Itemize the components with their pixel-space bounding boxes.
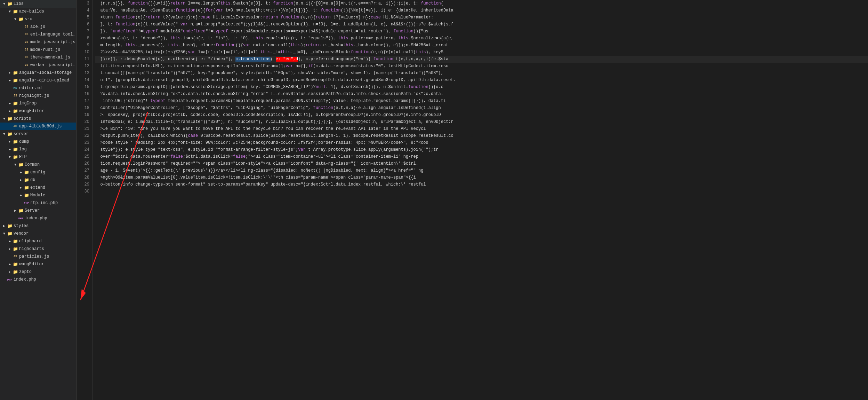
expand-arrow-libs: ▼ <box>1 2 7 6</box>
sidebar-item-mode-javascript[interactable]: ▶ JS mode-javascript.js <box>0 38 76 46</box>
folder-icon-imgcrop: 📁 <box>13 101 18 106</box>
line-number: 9 <box>77 42 89 49</box>
sidebar-item-ace-js[interactable]: ▶ JS ace.js <box>0 23 76 31</box>
sidebar-item-db[interactable]: ▶ 📁 db <box>0 176 76 184</box>
code-line: nil", {groupID:h.data.reset.groupID, chi… <box>95 77 868 84</box>
sidebar-item-clipboard[interactable]: ▶ 📁 clipboard <box>0 237 76 245</box>
sidebar-label-libs: libs <box>14 1 24 6</box>
folder-icon-config: 📁 <box>24 170 29 175</box>
line-number: 21 <box>77 125 89 132</box>
sidebar-item-dump[interactable]: ▶ 📁 dump <box>0 138 76 146</box>
folder-icon-module: 📁 <box>24 193 29 198</box>
code-line: ?o.data.info.check.mbString="ok":o.data.… <box>95 91 868 97</box>
line-number: 15 <box>77 84 89 91</box>
sidebar-item-theme-monokai[interactable]: ▶ JS theme-monokai.js <box>0 54 76 61</box>
line-number: 22 <box>77 132 89 139</box>
expand-arrow-src: ▼ <box>13 17 18 21</box>
folder-icon-wangeditor-vendor: 📁 <box>13 262 18 267</box>
sidebar-label-wangeditor: wangEditor <box>19 109 44 113</box>
folder-icon-dump: 📁 <box>13 139 18 144</box>
sidebar-label-ext: ext-language_tools.js <box>30 32 76 37</box>
code-line: >turn function(e){return t?{value:e}:e};… <box>95 14 868 21</box>
line-number: 10 <box>77 49 89 56</box>
sidebar-item-config[interactable]: ▶ 📁 config <box>0 168 76 176</box>
folder-icon-log: 📁 <box>13 147 18 152</box>
sidebar-item-index-php-root[interactable]: ▶ PHP index.php <box>0 276 76 283</box>
sidebar-item-imgcrop[interactable]: ▶ 📁 imgCrop <box>0 100 76 107</box>
line-number: 24 <box>77 146 89 153</box>
sidebar-item-editor-md[interactable]: ▶ MD editor.md <box>0 84 76 92</box>
code-line: age - 1, $event)">{{::getText(\' previou… <box>95 167 868 174</box>
sidebar-item-ext-language-tools[interactable]: ▶ JS ext-language_tools.js <box>0 31 76 38</box>
sidebar-item-angular-local-storage[interactable]: ▶ 📁 angular-local-storage <box>0 69 76 77</box>
code-line: 2}>>>24-o%4*8&255;i=(i+a[r]+s)%256;var l… <box>95 49 868 56</box>
sidebar-item-src[interactable]: ▼ 📁 src <box>0 15 76 23</box>
sidebar-label-server: server <box>14 132 29 136</box>
sidebar-label-log: log <box>19 147 27 152</box>
sidebar-label-server2: Server <box>25 208 40 213</box>
sidebar-item-highlight-js[interactable]: ▶ JS highlight.js <box>0 92 76 100</box>
sidebar-item-zepto[interactable]: ▶ 📁 zepto <box>0 268 76 276</box>
sidebar-label-src: src <box>25 17 32 22</box>
sidebar-item-server[interactable]: ▼ 📁 server <box>0 130 76 138</box>
sidebar-item-extend[interactable]: ▶ 📁 extend <box>0 184 76 191</box>
file-icon-ext: JS <box>24 33 29 36</box>
file-tree[interactable]: ▼ 📁 libs ▼ 📁 ace-builds ▼ 📁 src ▶ JS ace… <box>0 0 77 400</box>
sidebar-item-server2[interactable]: ▶ 📁 Server <box>0 207 76 214</box>
file-icon-rtp-inc: PHP <box>24 202 29 205</box>
sidebar-item-common[interactable]: ▼ 📁 Common <box>0 161 76 168</box>
folder-icon-server2: 📁 <box>18 208 24 213</box>
sidebar-item-vendor[interactable]: ▼ 📁 vendor <box>0 230 76 237</box>
sidebar-item-particles-js[interactable]: ▶ JS particles.js <box>0 253 76 260</box>
sidebar-label-clipboard: clipboard <box>19 239 42 244</box>
sidebar-label-mode-rust: mode-rust.js <box>30 47 60 52</box>
sidebar-item-wangeditor-vendor[interactable]: ▶ 📁 wangEditor <box>0 260 76 268</box>
sidebar-label-worker-js: worker-javascript.js <box>30 63 76 68</box>
sidebar-item-index-php[interactable]: ▶ PHP index.php <box>0 214 76 222</box>
sidebar-item-highcharts[interactable]: ▶ 📁 highcharts <box>0 245 76 253</box>
code-line: }, t: function(e){i.readValue(" var n,a=… <box>95 21 868 28</box>
sidebar-label-aqu: angular-qiniu-upload <box>19 78 69 83</box>
folder-icon-wangeditor: 📁 <box>13 109 18 114</box>
sidebar-item-libs[interactable]: ▼ 📁 libs <box>0 0 76 8</box>
file-icon-index-php-root: PHP <box>7 278 13 281</box>
sidebar-item-ace-builds[interactable]: ▼ 📁 ace-builds <box>0 8 76 15</box>
sidebar-item-styles[interactable]: ▶ 📁 styles <box>0 222 76 230</box>
sidebar-item-worker-js[interactable]: ▶ JS worker-javascript.js <box>0 61 76 69</box>
sidebar-label-ace-builds: ace-builds <box>19 9 44 14</box>
line-number: 6 <box>77 21 89 28</box>
code-line: >utput.push(item), callback.which){case … <box>95 132 868 139</box>
sidebar-label-highlight-js: highlight.js <box>19 93 49 98</box>
code-line: tion.request.loginPassword" required="">… <box>95 160 868 167</box>
sidebar-item-scripts[interactable]: ▼ 📁 scripts <box>0 115 76 123</box>
file-icon-index-php: PHP <box>18 217 24 220</box>
expand-arrow-ace-builds: ▼ <box>7 10 13 14</box>
line-number: 23 <box>77 139 89 146</box>
sidebar-item-rtp-inc-php[interactable]: ▶ PHP rtp.inc.php <box>0 199 76 207</box>
folder-icon-zepto: 📁 <box>13 269 18 275</box>
code-line: >code=s(a(e, t: "decode")), this.is=s(a(… <box>95 35 868 42</box>
line-number: 16 <box>77 91 89 97</box>
sidebar-item-rtp[interactable]: ▼ 📁 RTP <box>0 153 76 161</box>
code-line: t(t.item.requestInfo.URL), m.interaction… <box>95 63 868 70</box>
line-number: 17 <box>77 97 89 104</box>
sidebar-label-theme-monokai: theme-monokai.js <box>30 55 70 60</box>
file-icon-mode-js: JS <box>24 40 29 44</box>
sidebar-item-module[interactable]: ▶ 📁 Module <box>0 191 76 199</box>
sidebar-item-angular-qiniu[interactable]: ▶ 📁 angular-qiniu-upload <box>0 77 76 84</box>
code-content[interactable]: (r,r,s)}}, function(){u=!1}}return l===e… <box>93 0 868 400</box>
sidebar-label-highcharts: highcharts <box>19 246 44 251</box>
line-number: 4 <box>77 7 89 14</box>
sidebar-item-log[interactable]: ▶ 📁 log <box>0 146 76 153</box>
code-line: controller("UibPagerController", ["$scop… <box>95 104 868 111</box>
sidebar-item-app-js[interactable]: ▶ JS app-41b1e8c80d.js <box>0 123 76 130</box>
folder-icon-server: 📁 <box>7 132 13 137</box>
code-line <box>95 188 868 195</box>
sidebar-item-mode-rust[interactable]: ▶ JS mode-rust.js <box>0 46 76 54</box>
sidebar-label-styles: styles <box>14 223 29 228</box>
line-number: 19 <box>77 111 89 118</box>
line-number: 5 <box>77 14 89 21</box>
sidebar-item-wangeditor[interactable]: ▶ 📁 wangEditor <box>0 107 76 115</box>
line-number: 25 <box>77 153 89 160</box>
sidebar-label-wangeditor-vendor: wangEditor <box>19 262 44 267</box>
